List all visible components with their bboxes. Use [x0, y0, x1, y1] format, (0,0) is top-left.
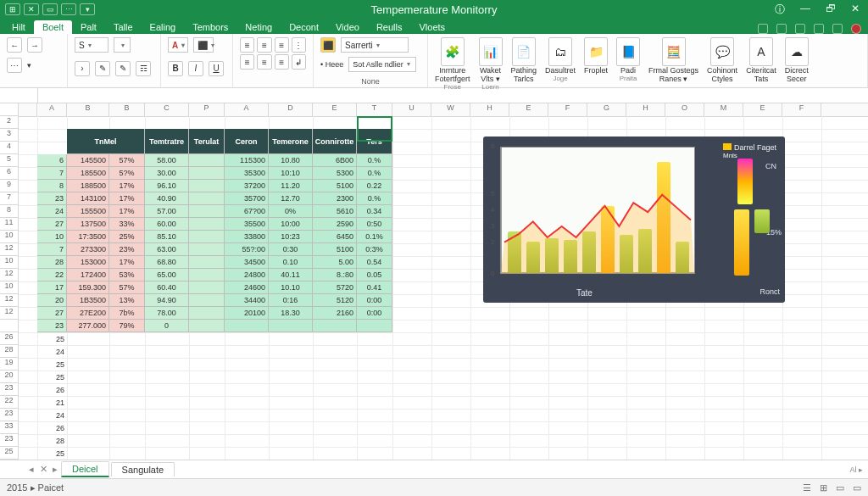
column-header[interactable]: C [145, 103, 189, 116]
row-header[interactable]: 9 [0, 180, 18, 192]
valign-mid-icon[interactable]: ≡ [257, 54, 271, 70]
table-cell[interactable]: 0:00 [357, 307, 392, 320]
row-header[interactable]: 5 [0, 154, 18, 167]
column-header[interactable]: T [357, 103, 392, 116]
table-cell[interactable]: 5610 [313, 205, 357, 218]
table-cell[interactable] [189, 243, 225, 256]
font-color-button[interactable]: A [168, 37, 188, 53]
table-cell[interactable] [189, 180, 225, 192]
table-cell[interactable] [189, 256, 225, 269]
table-cell[interactable]: 21 [37, 396, 67, 409]
column-header[interactable]: P [189, 103, 225, 116]
table-cell[interactable]: 159.300 [67, 281, 109, 294]
table-cell[interactable]: 0.% [357, 167, 392, 180]
table-cell[interactable]: 24600 [225, 281, 269, 294]
table-row[interactable]: 23277.00079%0 [19, 320, 392, 332]
table-cell[interactable]: 10:10 [269, 167, 313, 180]
table-cell[interactable]: 30.00 [145, 167, 189, 180]
table-cell[interactable]: 27E200 [67, 307, 109, 320]
pencil-icon[interactable]: ✎ [115, 61, 131, 76]
table-cell[interactable]: 57.00 [145, 205, 189, 218]
row-header[interactable]: 23 [0, 383, 18, 396]
sheet-tab[interactable]: Deicel [61, 461, 109, 477]
ribbon-big-button[interactable]: 🗂DasultretJoge [545, 37, 576, 83]
table-cell[interactable]: 34500 [225, 256, 269, 269]
close-button[interactable]: ✕ [851, 3, 860, 17]
ribbon-big-button[interactable]: ☁DicrectSecer [785, 37, 809, 83]
table-row[interactable]: 2727E2007b%78.002010018.3021600:00 [19, 307, 392, 320]
table-cell[interactable]: 172400 [67, 269, 109, 281]
table-cell[interactable]: 68.80 [145, 256, 189, 269]
table-row[interactable]: 2815300017%68.80345000.105.000.54 [19, 256, 392, 269]
table-cell[interactable] [269, 320, 313, 332]
row-header[interactable]: 3 [0, 129, 18, 142]
table-cell[interactable]: 10:23 [269, 231, 313, 243]
table-cell[interactable]: 0.10 [269, 256, 313, 269]
table-cell[interactable]: 143100 [67, 192, 109, 205]
restore-button[interactable]: 🗗 [826, 3, 836, 17]
column-header[interactable]: E [313, 103, 357, 116]
table-cell[interactable]: 96.10 [145, 180, 189, 192]
row-header[interactable]: 22 [0, 396, 18, 409]
valign-top-icon[interactable]: ≡ [240, 54, 254, 70]
row-header[interactable]: 6 [0, 167, 18, 180]
row-header[interactable]: 12 [0, 243, 18, 256]
table-cell[interactable]: 277.000 [67, 320, 109, 332]
table-cell[interactable]: 33800 [225, 231, 269, 243]
table-cell[interactable]: 5300 [313, 167, 357, 180]
row-header[interactable]: 25 [0, 447, 18, 460]
table-row[interactable]: 1017:350025%85.103380010:2364500.1% [19, 231, 392, 243]
table-cell[interactable]: 5720 [313, 281, 357, 294]
pencil-icon[interactable]: ✎ [95, 61, 110, 76]
table-cell[interactable] [189, 231, 225, 243]
table-cell[interactable] [189, 154, 225, 167]
ribbon-tab[interactable]: Neting [236, 20, 281, 34]
sheet-nav-close-icon[interactable]: ✕ [37, 464, 49, 475]
dropdown-icon[interactable]: ▾ [27, 61, 31, 70]
wrap-icon[interactable]: ↲ [292, 54, 306, 70]
table-cell[interactable]: 17:3500 [67, 231, 109, 243]
table-cell[interactable]: 2300 [313, 192, 357, 205]
table-cell[interactable]: 34400 [225, 294, 269, 307]
embedded-chart[interactable]: 023458 Tate Darrel Faget Mnls CN 15% Ron… [483, 137, 785, 303]
table-cell[interactable] [357, 320, 392, 332]
table-cell[interactable]: 79% [109, 320, 145, 332]
more-icon[interactable]: ⋯ [7, 58, 22, 73]
table-cell[interactable]: 60.40 [145, 281, 189, 294]
table-cell[interactable] [189, 294, 225, 307]
table-cell[interactable]: 185500 [67, 167, 109, 180]
table-cell[interactable]: 115300 [225, 154, 269, 167]
table-row[interactable]: 2713750033%60.003550010:0025900:50 [19, 218, 392, 231]
grid[interactable]: ABBCPADETUWHEFGHOMEF TnMelTemtratreTerul… [19, 103, 868, 460]
table-cell[interactable]: 24800 [225, 269, 269, 281]
table-cell[interactable]: 7 [37, 243, 67, 256]
table-cell[interactable]: 11.20 [269, 180, 313, 192]
table-cell[interactable]: 10 [37, 231, 67, 243]
column-header[interactable]: M [704, 103, 743, 116]
table-cell[interactable] [189, 218, 225, 231]
table-cell[interactable]: 85.10 [145, 231, 189, 243]
table-cell[interactable]: 58.00 [145, 154, 189, 167]
minimize-button[interactable]: — [800, 3, 810, 17]
row-header[interactable]: 23 [0, 434, 18, 447]
row-header[interactable]: 12 [0, 269, 18, 281]
column-header[interactable]: A [37, 103, 67, 116]
table-cell[interactable]: 0 [145, 320, 189, 332]
table-cell[interactable]: 0.05 [357, 269, 392, 281]
table-cell[interactable]: 25 [37, 358, 67, 371]
ribbon-big-button[interactable]: 📊WaketVlts ▾Loern [479, 37, 503, 92]
table-cell[interactable]: 67?00 [225, 205, 269, 218]
column-header[interactable]: G [587, 103, 626, 116]
table-cell[interactable]: 27 [37, 307, 67, 320]
view-mode-icon[interactable]: ▭ [853, 482, 861, 493]
table-cell[interactable]: 5100 [313, 180, 357, 192]
table-cell[interactable]: 94.90 [145, 294, 189, 307]
column-header[interactable]: O [665, 103, 704, 116]
table-cell[interactable]: 0:3% [357, 243, 392, 256]
column-header[interactable] [19, 103, 37, 116]
table-cell[interactable]: 0:16 [269, 294, 313, 307]
column-header[interactable]: E [743, 103, 782, 116]
tab-icon[interactable] [758, 24, 768, 34]
table-cell[interactable]: 35300 [225, 167, 269, 180]
ribbon-tab[interactable]: Hilt [3, 20, 34, 34]
